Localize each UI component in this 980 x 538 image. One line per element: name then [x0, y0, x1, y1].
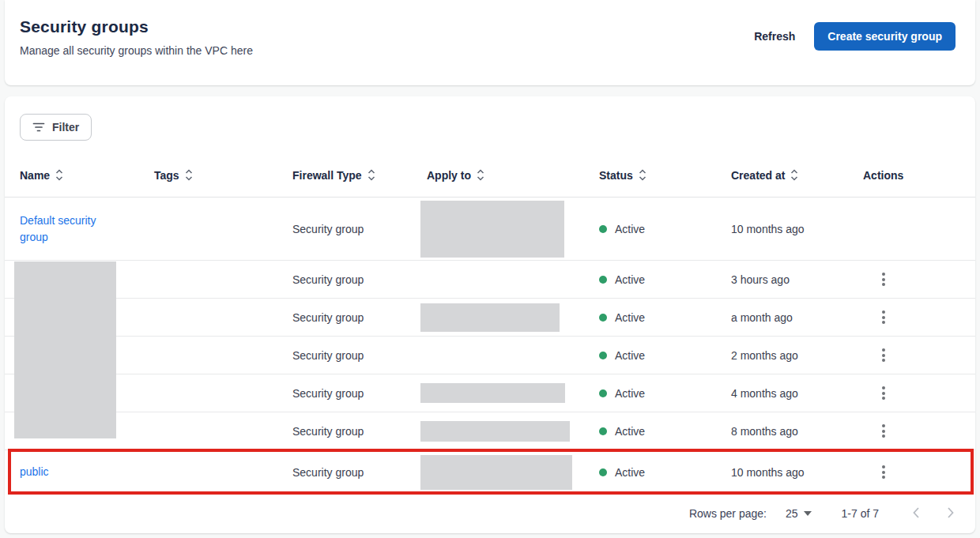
apply-to-cell [427, 421, 599, 442]
row-actions-kebab-button[interactable] [873, 461, 895, 483]
rows-per-page-label: Rows per page: [689, 507, 767, 520]
actions-cell [863, 420, 975, 442]
sort-icon[interactable] [368, 169, 375, 181]
firewall-type-cell: Security group [292, 349, 427, 362]
created-at-cell: 3 hours ago [731, 273, 863, 286]
redacted-apply-to [420, 201, 564, 258]
redacted-apply-to [420, 303, 560, 332]
sort-icon[interactable] [55, 169, 63, 181]
column-header-name[interactable]: Name [20, 169, 154, 182]
firewall-type-cell: Security group [292, 273, 427, 286]
security-group-link-default[interactable]: Default security group [20, 213, 108, 245]
dropdown-caret-icon [804, 511, 812, 516]
rows-per-page-select[interactable]: 25 [786, 507, 812, 520]
chevron-right-icon [947, 506, 955, 521]
redacted-apply-to [420, 421, 570, 442]
column-header-firewall-type[interactable]: Firewall Type [292, 169, 427, 182]
sort-icon[interactable] [185, 169, 193, 181]
status-cell: Active [599, 466, 731, 479]
row-actions-kebab-button[interactable] [873, 420, 895, 442]
created-at-cell: a month ago [731, 311, 863, 324]
pagination-range: 1-7 of 7 [842, 507, 879, 520]
redacted-apply-to [420, 383, 565, 403]
sort-icon[interactable] [790, 169, 798, 181]
actions-cell [863, 307, 975, 329]
column-header-status[interactable]: Status [599, 169, 731, 182]
pagination-next-button[interactable] [947, 506, 955, 521]
status-active-dot [599, 314, 607, 322]
pagination-prev-button[interactable] [912, 506, 920, 521]
actions-cell [863, 461, 975, 483]
page-header-text: Security groups Manage all security grou… [20, 17, 253, 57]
table-row: Security group Active 8 months ago [5, 412, 975, 450]
apply-to-cell [427, 303, 599, 332]
firewall-type-cell: Security group [292, 311, 427, 324]
table-header-row: Name Tags Firewall Type Apply to Status … [5, 153, 975, 198]
status-active-dot [599, 427, 607, 435]
create-security-group-button[interactable]: Create security group [814, 22, 956, 51]
filter-icon [32, 122, 45, 133]
chevron-left-icon [912, 506, 920, 521]
table-row: Security group Active 3 hours ago [5, 261, 975, 299]
status-cell: Active [599, 425, 731, 438]
row-actions-kebab-button[interactable] [873, 344, 895, 367]
security-groups-table-card: Filter Name Tags Firewall Type Apply to … [5, 96, 975, 533]
sort-icon[interactable] [477, 169, 484, 181]
created-at-cell: 8 months ago [731, 425, 863, 438]
table-row: Default security group Security group Ac… [5, 198, 975, 261]
status-cell: Active [599, 223, 731, 235]
created-at-cell: 2 months ago [731, 349, 863, 362]
status-active-dot [599, 225, 607, 233]
column-header-apply-to[interactable]: Apply to [427, 169, 599, 182]
created-at-cell: 4 months ago [731, 387, 863, 400]
page-title: Security groups [20, 17, 253, 36]
table-row-public: public Security group Active 10 months a… [5, 450, 975, 494]
apply-to-cell [427, 201, 599, 258]
apply-to-cell [427, 383, 599, 403]
firewall-type-cell: Security group [292, 223, 427, 235]
filter-button[interactable]: Filter [20, 114, 92, 141]
refresh-button[interactable]: Refresh [752, 24, 797, 49]
created-at-cell: 10 months ago [731, 223, 863, 235]
table-row: Security group Active 2 months ago [5, 337, 975, 374]
actions-cell [863, 269, 975, 291]
column-header-actions: Actions [863, 169, 975, 182]
redacted-apply-to [420, 455, 572, 490]
status-cell: Active [599, 349, 731, 362]
header-actions: Refresh Create security group [752, 22, 956, 51]
status-active-dot [599, 389, 607, 397]
row-actions-kebab-button[interactable] [873, 269, 895, 291]
apply-to-cell [427, 455, 599, 490]
page-subtitle: Manage all security groups within the VP… [20, 44, 253, 57]
security-group-link-public[interactable]: public [20, 464, 49, 480]
redacted-name-block [14, 261, 116, 438]
firewall-type-cell: Security group [292, 425, 427, 438]
firewall-type-cell: Security group [292, 466, 427, 479]
column-header-created-at[interactable]: Created at [731, 169, 863, 182]
filter-button-label: Filter [52, 121, 79, 134]
actions-cell [863, 344, 975, 367]
sort-icon[interactable] [639, 169, 646, 181]
status-active-dot [599, 468, 607, 476]
status-cell: Active [599, 387, 731, 400]
row-actions-kebab-button[interactable] [873, 382, 895, 404]
row-actions-kebab-button[interactable] [873, 307, 895, 329]
created-at-cell: 10 months ago [731, 466, 863, 479]
status-active-dot [599, 352, 607, 359]
column-header-tags[interactable]: Tags [154, 169, 292, 182]
status-cell: Active [599, 311, 731, 324]
table-row: Security group Active 4 months ago [5, 374, 975, 412]
page-header-card: Security groups Manage all security grou… [5, 0, 975, 85]
table-body: Default security group Security group Ac… [5, 198, 975, 494]
firewall-type-cell: Security group [292, 387, 427, 400]
pagination-bar: Rows per page: 25 1-7 of 7 [5, 494, 975, 533]
table-row: Security group Active a month ago [5, 299, 975, 337]
status-active-dot [599, 276, 607, 284]
status-cell: Active [599, 273, 731, 286]
actions-cell [863, 382, 975, 404]
